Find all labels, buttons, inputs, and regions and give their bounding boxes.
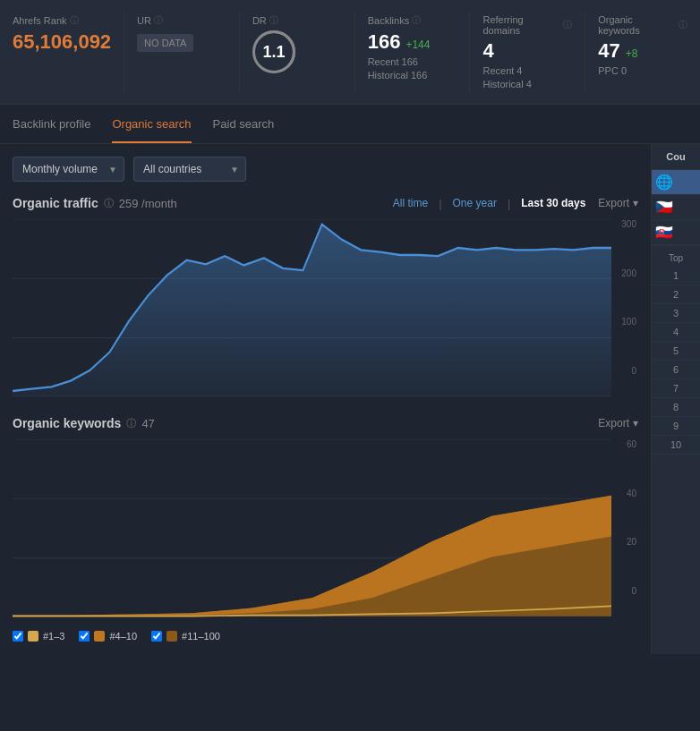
countries-filter-wrap: All countries United States United Kingd… xyxy=(133,157,246,182)
legend-color-11-100 xyxy=(166,631,177,642)
top-number-4[interactable]: 4 xyxy=(652,323,700,342)
time-btn-one-year[interactable]: One year xyxy=(453,197,497,209)
country-flag-all[interactable]: 🌐 xyxy=(652,170,700,195)
legend-item-4-10: #4–10 xyxy=(79,631,137,642)
organic-keywords-value: 47 xyxy=(598,39,619,63)
kw-y-label-0: 0 xyxy=(631,586,636,596)
organic-traffic-chart: 25 Aug 8 15 22 xyxy=(13,219,611,398)
time-btn-all-time[interactable]: All time xyxy=(393,197,428,209)
top-number-3[interactable]: 3 xyxy=(652,304,700,323)
ahrefs-rank-value: 65,106,092 xyxy=(13,30,111,54)
y-label-0: 0 xyxy=(631,366,636,376)
organic-keywords-info-icon[interactable]: ⓘ xyxy=(679,19,687,31)
ahrefs-rank-label: Ahrefs Rank ⓘ xyxy=(13,14,111,27)
organic-keywords-ppc: PPC 0 xyxy=(598,65,687,76)
top-number-7[interactable]: 7 xyxy=(652,379,700,398)
backlinks-info-icon[interactable]: ⓘ xyxy=(412,14,421,27)
referring-domains-historical: Historical 4 xyxy=(482,79,572,89)
organic-traffic-controls: All time | One year | Last 30 days Expor… xyxy=(393,197,638,210)
ur-label: UR ⓘ xyxy=(137,14,226,27)
organic-keywords-y-axis: 60 40 20 0 xyxy=(613,439,638,596)
volume-filter-select[interactable]: Monthly volume Weekly volume xyxy=(13,157,124,182)
chart-legend: #1–3 #4–10 #11–100 xyxy=(13,631,638,642)
organic-keywords-title: Organic keywords ⓘ 47 xyxy=(13,416,155,430)
export-chevron-icon: ▾ xyxy=(633,197,638,209)
legend-label-1-3: #1–3 xyxy=(43,631,64,642)
top-number-2[interactable]: 2 xyxy=(652,285,700,304)
legend-item-1-3: #1–3 xyxy=(13,631,64,642)
top-number-1[interactable]: 1 xyxy=(652,267,700,285)
dr-stat: DR ⓘ 1.1 xyxy=(240,11,355,93)
legend-checkbox-11-100[interactable] xyxy=(151,631,162,642)
referring-domains-value: 4 xyxy=(482,39,572,63)
stats-bar: Ahrefs Rank ⓘ 65,106,092 UR ⓘ NO DATA DR… xyxy=(0,0,700,105)
country-flag-sk[interactable]: 🇸🇰 xyxy=(652,220,700,245)
legend-label-4-10: #4–10 xyxy=(109,631,137,642)
legend-item-11-100: #11–100 xyxy=(151,631,220,642)
main-content: Monthly volume Weekly volume ▼ All count… xyxy=(0,144,700,654)
backlinks-delta: +144 xyxy=(405,38,430,51)
ahrefs-rank-stat: Ahrefs Rank ⓘ 65,106,092 xyxy=(0,11,124,93)
organic-keywords-section-info-icon[interactable]: ⓘ xyxy=(126,417,136,430)
y-label-100: 100 xyxy=(621,317,636,327)
flag-cz-icon: 🇨🇿 xyxy=(655,199,673,216)
referring-domains-info-icon[interactable]: ⓘ xyxy=(563,19,572,31)
dr-label: DR ⓘ xyxy=(252,14,342,27)
organic-keywords-stat: Organic keywords ⓘ 47 +8 PPC 0 xyxy=(585,11,700,93)
organic-traffic-svg: 25 Aug 8 15 22 xyxy=(13,219,611,398)
organic-keywords-section-header: Organic keywords ⓘ 47 Export ▾ xyxy=(13,416,638,430)
kw-y-label-20: 20 xyxy=(627,537,636,547)
country-flag-cz[interactable]: 🇨🇿 xyxy=(652,195,700,220)
backlinks-label: Backlinks ⓘ xyxy=(368,14,457,27)
tab-backlink-profile[interactable]: Backlink profile xyxy=(13,105,90,143)
organic-keywords-export-button[interactable]: Export ▾ xyxy=(598,417,638,429)
top-number-10[interactable]: 10 xyxy=(652,436,700,455)
organic-traffic-y-axis: 300 200 100 0 xyxy=(613,219,638,376)
top-number-8[interactable]: 8 xyxy=(652,398,700,417)
organic-traffic-value: 259 /month xyxy=(119,197,177,210)
legend-checkbox-1-3[interactable] xyxy=(13,631,23,642)
ur-no-data: NO DATA xyxy=(137,34,193,52)
dr-value: 1.1 xyxy=(252,30,295,73)
volume-filter-wrap: Monthly volume Weekly volume ▼ xyxy=(13,157,124,182)
countries-filter-select[interactable]: All countries United States United Kingd… xyxy=(133,157,246,182)
y-label-200: 200 xyxy=(621,268,636,278)
legend-color-1-3 xyxy=(28,631,38,642)
backlinks-recent: Recent 166 xyxy=(368,56,457,67)
legend-checkbox-4-10[interactable] xyxy=(79,631,90,642)
backlinks-stat: Backlinks ⓘ 166 +144 Recent 166 Historic… xyxy=(355,11,471,93)
time-btn-last-30-days[interactable]: Last 30 days xyxy=(521,197,585,209)
organic-keywords-delta: +8 xyxy=(626,47,638,60)
organic-traffic-info-icon[interactable]: ⓘ xyxy=(104,197,114,210)
right-panel: Cou 🌐 🇨🇿 🇸🇰 Top 1 2 3 4 5 6 7 8 9 10 xyxy=(651,144,700,654)
left-panel: Monthly volume Weekly volume ▼ All count… xyxy=(0,144,651,654)
time-filters: All time | One year | Last 30 days xyxy=(393,197,586,210)
top-number-5[interactable]: 5 xyxy=(652,342,700,361)
backlinks-value: 166 xyxy=(368,30,401,54)
backlinks-historical: Historical 166 xyxy=(368,70,457,81)
tab-paid-search[interactable]: Paid search xyxy=(213,105,275,143)
legend-label-11-100: #11–100 xyxy=(182,631,220,642)
kw-y-label-60: 60 xyxy=(627,439,636,449)
organic-keywords-chart-container: 25 Aug 8 15 22 60 40 20 0 xyxy=(13,439,638,618)
flag-all-icon: 🌐 xyxy=(655,174,673,191)
filters-row: Monthly volume Weekly volume ▼ All count… xyxy=(13,157,638,182)
tab-organic-search[interactable]: Organic search xyxy=(112,105,191,143)
organic-traffic-export-button[interactable]: Export ▾ xyxy=(598,197,638,209)
legend-color-4-10 xyxy=(94,631,105,642)
top-number-6[interactable]: 6 xyxy=(652,361,700,379)
organic-keywords-svg: 25 Aug 8 15 22 xyxy=(13,439,611,618)
nav-tabs: Backlink profile Organic search Paid sea… xyxy=(0,105,700,144)
ur-info-icon[interactable]: ⓘ xyxy=(154,14,163,27)
organic-traffic-chart-container: 25 Aug 8 15 22 300 200 100 0 xyxy=(13,219,638,398)
organic-traffic-title: Organic traffic ⓘ 259 /month xyxy=(13,196,177,210)
organic-keywords-chart: 25 Aug 8 15 22 xyxy=(13,439,611,618)
top-number-9[interactable]: 9 xyxy=(652,417,700,436)
dr-info-icon[interactable]: ⓘ xyxy=(269,14,278,27)
flag-sk-icon: 🇸🇰 xyxy=(655,224,673,241)
ahrefs-rank-info-icon[interactable]: ⓘ xyxy=(70,14,79,27)
keywords-export-chevron-icon: ▾ xyxy=(633,417,638,429)
top-pages-label: Top xyxy=(652,245,700,267)
ur-stat: UR ⓘ NO DATA xyxy=(124,11,240,93)
referring-domains-recent: Recent 4 xyxy=(482,65,572,76)
